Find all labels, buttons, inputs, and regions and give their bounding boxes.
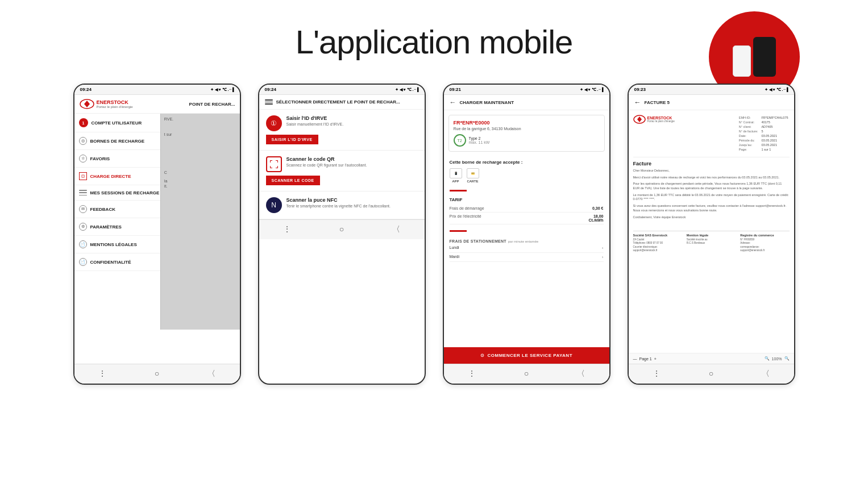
side-text-1: RVE. [164,117,236,121]
logo-icon [79,98,95,110]
detail-label-5: Date: [739,134,761,138]
zoom-in-btn[interactable]: 🔍 [784,356,790,361]
parking-mardi[interactable]: Mardi › [450,253,604,262]
station-type: T2 Type 2 max. 11 kW [454,134,600,147]
back-arrow-icon[interactable]: ← [450,98,456,106]
phone2-bottom-bar: ⋮ ○ 〈 [259,219,425,239]
tarif-row-2: Prix de l'électricité 18,00Ct./kWh [450,213,604,224]
phone1-bottom-bar: ⋮ ○ 〈 [74,364,240,384]
detail-value-5: 03.05.2021 [761,134,788,138]
sessions-icon [79,190,87,195]
phone4-nav-menu[interactable]: ⋮ [653,369,661,379]
phone3-status-bar: 09:21 ✦ ◀ ♥ ℃ .ᐧᐧ▐ [444,85,609,95]
invoice-footer-col-1: Société SAS Enerstock ZA CauletTéléphone… [633,234,682,252]
saisir-desc: Saisir manuellement l'ID d'IRVE. [286,122,344,126]
menu-label-mentions: MENTIONS LÉGALES [90,242,137,247]
invoice-logo-text: ENERSTOCK [647,116,675,120]
footer-col3-body: N° FR93839Adresse:correspondance:support… [740,238,789,252]
phone3-nav-back[interactable]: 〈 [577,369,585,379]
zoom-level: 100% [772,357,782,361]
zoom-controls: 🔍 100% 🔍 [765,356,790,361]
parking-lundi[interactable]: Lundi › [450,244,604,253]
option-saisir-row: ① Saisir l'ID d'IRVE Saisir manuellement… [266,115,418,131]
compte-icon: 1 [79,118,88,127]
phone2-frame: 09:24 ✦ ◀ ♥ ℃ .ᐧᐧ▐ SÉLECTIONNER DIRECTEM… [258,84,426,385]
phone3-nav-menu[interactable]: ⋮ [468,369,476,379]
phone4-nav-home[interactable]: ○ [709,369,713,379]
menu-label-charge: CHARGE DIRECTE [90,174,131,179]
nfc-text: Scanner la puce NFC Tenir le smartphone … [286,197,391,208]
menu-label-confidentialite: CONFIDENTIALITÉ [90,260,131,265]
saisir-button[interactable]: SAISIR L'ID D'IRVE [266,135,318,144]
nfc-desc: Tenir le smartphone contre la vignette N… [286,204,391,208]
nav-menu-btn[interactable]: ⋮ [98,369,106,379]
parking-lundi-label: Lundi [450,245,459,251]
feedback-icon: ✉ [79,205,87,213]
invoice-document: ENERSTOCK Portez le plein d'énergie EMH-… [629,110,794,353]
saisir-text: Saisir l'ID d'IRVE Saisir manuellement l… [286,115,344,126]
nav-home-btn[interactable]: ○ [155,369,159,379]
phone3-bottom-bar: ⋮ ○ 〈 [444,364,609,384]
invoice-body-2: Pour les opérations de chargement pendan… [633,182,790,190]
phone2-nav-back[interactable]: 〈 [392,224,400,235]
detail-label-8: Page: [739,148,761,151]
phone-mockup-inner [733,37,776,77]
phone4-title: FACTURE 5 [645,100,670,105]
phone2-time: 09:24 [265,87,276,92]
accepted-title: Cette borne de recharge accepte : [450,160,604,165]
phone1-logo-sub: Portez le plein d'énergie [97,105,133,109]
type-icon: T2 [454,134,466,147]
invoice-divider [633,157,790,157]
page-plus-icon[interactable]: + [654,357,657,361]
tarif-title: TARIF [450,197,604,202]
phone2-title: SÉLECTIONNER DIRECTEMENT LE POINT DE REC… [276,99,400,105]
page-header: L'application mobile [0,0,868,72]
station-card: FR*ENR*E0000 Rue de la garrigue 6, 34130… [448,115,605,152]
option-scanner-row: Scanner le code QR Scannez le code QR fi… [266,156,418,172]
option-saisir-id: ① Saisir l'ID d'IRVE Saisir manuellement… [259,110,425,151]
phone4-nav-back[interactable]: 〈 [762,369,770,379]
footer-col1-body: ZA CauletTéléphone: 0800 97 07 00Courrie… [633,238,682,252]
phone2-nav-home[interactable]: ○ [339,224,344,235]
phone4-status-bar: 09:23 ✦ ◀ ♥ ℃ .ᐧᐧ▐ [629,85,794,95]
menu-label-bornes: BORNES DE RECHARGE [90,139,145,144]
menu-label-favoris: FAVORIS [90,156,110,161]
footer-col1-title: Société SAS Enerstock [633,234,682,237]
scanner-text: Scanner le code QR Scannez le code QR fi… [286,156,367,167]
invoice-logo-sub: Portez le plein d'énergie [647,120,675,123]
phone1-frame: 09:24 ✦ ◀ ♥ ℃ .ᐧᐧ▐ ENERSTOCK Portez le p… [73,84,241,385]
scanner-title: Scanner le code QR [286,156,367,162]
page-title: L'application mobile [296,23,573,61]
tarif-section: TARIF Frais de démarrage 0,30 € Prix de … [444,195,609,227]
payment-carte: 💳 CARTE [467,168,479,183]
type-label: Type 2 [469,136,490,140]
invoice-details-table: EMH-ID:FR*ENR*CHAL075 N° Contrat:40175 N… [738,115,790,152]
svg-rect-6 [270,168,272,168]
invoice-footer-col-2: Mention légale Société inscrite auR.C.S … [687,234,736,252]
phone3-nav-home[interactable]: ○ [524,369,529,379]
zoom-out-btn[interactable]: 🔍 [765,356,770,361]
side-text-2: t sur [164,132,236,136]
footer-col3-title: Registre du commerce [740,234,789,237]
red-divider-2 [450,230,467,232]
page-dash: — [633,357,637,361]
scanner-button[interactable]: SCANNER LE CODE [266,176,320,185]
nfc-title: Scanner la puce NFC [286,197,391,203]
start-button[interactable]: ⊙ COMMENCER LE SERVICE PAYANT [444,347,609,364]
phone1-time: 09:24 [80,87,92,92]
phone4-time: 09:23 [634,87,646,92]
scanner-icon [266,156,282,172]
nav-back-btn[interactable]: 〈 [207,369,215,379]
hamburger-icon[interactable] [265,99,273,105]
phone2-status-icons: ✦ ◀ ♥ ℃ .ᐧᐧ▐ [395,88,419,92]
tarif-label-1: Frais de démarrage [450,206,484,210]
app-label: APP [450,180,462,183]
svg-rect-8 [276,168,278,168]
accepted-section: Cette borne de recharge accepte : 📱 APP … [444,156,609,186]
start-icon: ⊙ [480,353,485,358]
phone2-nav-menu[interactable]: ⋮ [283,224,291,235]
phone4-back-icon[interactable]: ← [634,98,641,106]
phone3-header: ← CHARGER MAINTENANT [444,95,609,110]
detail-value-3: AD7405 [761,125,788,128]
menu-label-params: PARAMÈTRES [90,224,122,230]
